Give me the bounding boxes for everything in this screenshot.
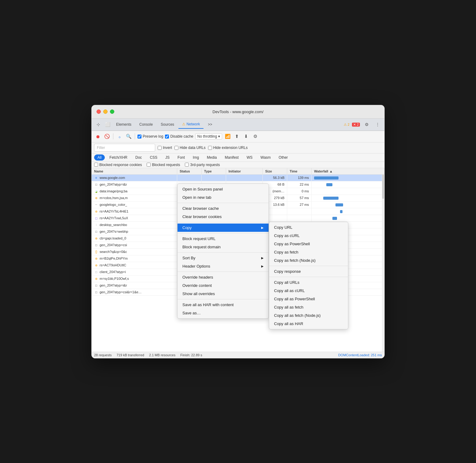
- minimize-button[interactable]: [103, 109, 108, 114]
- finish-time: Finish: 22.89 s: [180, 353, 202, 357]
- chevron-down-icon: ▾: [218, 134, 220, 139]
- blocked-cookies-label[interactable]: Blocked response cookies: [94, 163, 142, 167]
- invert-checkbox[interactable]: [158, 146, 162, 150]
- status-bar: 28 requests 719 kB transferred 2.1 MB re…: [92, 352, 384, 358]
- device-icon[interactable]: ⬜: [103, 120, 112, 129]
- ctx-save-as[interactable]: Save as…: [178, 309, 269, 317]
- type-btn-other[interactable]: Other: [275, 154, 291, 161]
- ctx-clear-cookies[interactable]: Clear browser cookies: [178, 213, 269, 221]
- th-waterfall[interactable]: Waterfall ▲: [312, 168, 384, 174]
- submenu-copy-fetch[interactable]: Copy as fetch: [269, 248, 348, 256]
- ctx-clear-cache[interactable]: Clear browser cache: [178, 204, 269, 213]
- name-cell: ◻rs=AA2YrTvwL5uX: [92, 215, 177, 221]
- third-party-label[interactable]: 3rd-party requests: [185, 163, 220, 167]
- submenu-copy-url[interactable]: Copy URL: [269, 223, 348, 232]
- scrollbar-thumb[interactable]: [382, 174, 384, 199]
- maximize-button[interactable]: [110, 109, 114, 114]
- type-btn-img[interactable]: Img: [189, 154, 202, 161]
- type-btn-wasm[interactable]: Wasm: [257, 154, 274, 161]
- invert-label[interactable]: Invert: [158, 146, 172, 150]
- more-options-icon[interactable]: ⋮: [373, 120, 382, 129]
- tab-console[interactable]: Console: [136, 120, 156, 128]
- submenu-copy-all-har[interactable]: Copy all as HAR: [269, 320, 348, 328]
- preserve-log-checkbox[interactable]: [137, 135, 141, 139]
- type-btn-media[interactable]: Media: [203, 154, 220, 161]
- hide-data-urls-label[interactable]: Hide data URLs: [174, 146, 206, 150]
- download-icon[interactable]: ⬇: [242, 133, 250, 140]
- search-button[interactable]: 🔍: [125, 133, 132, 140]
- ctx-override-headers[interactable]: Override headers: [178, 273, 269, 281]
- th-size[interactable]: Size: [263, 168, 287, 174]
- ctx-override-content[interactable]: Override content: [178, 281, 269, 290]
- submenu-copy-powershell[interactable]: Copy as PowerShell: [269, 240, 348, 248]
- tab-more[interactable]: >>: [204, 120, 216, 128]
- type-btn-font[interactable]: Font: [174, 154, 188, 161]
- type-btn-ws[interactable]: WS: [243, 154, 256, 161]
- name-cell: ⊕cb=gapi.loaded_0: [92, 235, 177, 242]
- th-type[interactable]: Type: [202, 168, 226, 174]
- time-cell: 139 ms: [287, 175, 312, 181]
- th-name[interactable]: Name: [92, 168, 177, 174]
- upload-icon[interactable]: ⬆: [233, 133, 240, 140]
- close-button[interactable]: [97, 109, 101, 114]
- submenu-copy-all-fetch-node[interactable]: Copy all as fetch (Node.js): [269, 311, 348, 320]
- submenu-copy-response[interactable]: Copy response: [269, 267, 348, 276]
- ctx-open-sources[interactable]: Open in Sources panel: [178, 185, 269, 193]
- submenu-arrow: ▶: [261, 226, 264, 229]
- hide-extension-urls-checkbox[interactable]: [208, 146, 212, 150]
- type-btn-doc[interactable]: Doc: [132, 154, 145, 161]
- type-btn-manifest[interactable]: Manifest: [222, 154, 242, 161]
- error-count: ✕ 2: [352, 123, 360, 127]
- transferred-size: 719 kB transferred: [116, 353, 144, 357]
- blocked-cookies-checkbox[interactable]: [94, 163, 98, 167]
- stop-recording-button[interactable]: ⏺: [94, 133, 101, 140]
- submenu-copy-all-curl[interactable]: Copy all as cURL: [269, 287, 348, 295]
- submenu-copy-all-urls[interactable]: Copy all URLs: [269, 278, 348, 287]
- hide-extension-urls-label[interactable]: Hide extension URLs: [208, 146, 248, 150]
- blocked-requests-checkbox[interactable]: [147, 163, 151, 167]
- third-party-checkbox[interactable]: [185, 163, 189, 167]
- table-row[interactable]: ≡ www.google.com 56.3 kB 139 ms: [92, 175, 384, 181]
- tab-network[interactable]: ⚠ Network: [178, 120, 203, 129]
- disable-cache-label[interactable]: Disable cache: [165, 134, 193, 139]
- th-initiator[interactable]: Initiator: [226, 168, 263, 174]
- cursor-icon[interactable]: ⊹: [94, 120, 103, 129]
- ctx-sort-by[interactable]: Sort By ▶: [178, 254, 269, 262]
- name-cell: ⊕m=B2qlPe,DhPYm: [92, 255, 177, 262]
- ctx-block-url[interactable]: Block request URL: [178, 235, 269, 243]
- type-btn-all[interactable]: All: [94, 154, 105, 161]
- submenu-copy-curl[interactable]: Copy as cURL: [269, 232, 348, 240]
- blocked-requests-label[interactable]: Blocked requests: [147, 163, 180, 167]
- th-time[interactable]: Time: [287, 168, 312, 174]
- settings-icon[interactable]: ⚙: [362, 120, 371, 129]
- dom-loaded: DOMContentLoaded: 251 ms: [338, 353, 382, 357]
- submenu-copy-all-fetch[interactable]: Copy all as fetch: [269, 303, 348, 311]
- type-btn-css[interactable]: CSS: [146, 154, 161, 161]
- scrollbar[interactable]: [382, 168, 384, 352]
- th-status[interactable]: Status: [177, 168, 202, 174]
- requests-count: 28 requests: [94, 353, 112, 357]
- network-settings-icon[interactable]: ⚙: [251, 133, 259, 140]
- name-cell: □gen_204?s=webhp: [92, 228, 177, 235]
- clear-button[interactable]: 🚫: [103, 133, 111, 140]
- tab-sources[interactable]: Sources: [157, 120, 178, 128]
- throttle-select[interactable]: No throttling ▾: [195, 133, 222, 139]
- ctx-block-domain[interactable]: Block request domain: [178, 243, 269, 251]
- hide-data-urls-checkbox[interactable]: [174, 146, 178, 150]
- ctx-copy[interactable]: Copy ▶: [178, 224, 269, 232]
- wifi-icon[interactable]: 📶: [224, 133, 231, 140]
- submenu-copy-all-powershell[interactable]: Copy all as PowerShell: [269, 295, 348, 303]
- tab-elements[interactable]: Elements: [112, 120, 135, 128]
- disable-cache-checkbox[interactable]: [165, 135, 169, 139]
- type-btn-fetch-xhr[interactable]: Fetch/XHR: [106, 154, 131, 161]
- ctx-save-har[interactable]: Save all as HAR with content: [178, 301, 269, 309]
- ctx-header-options[interactable]: Header Options ▶: [178, 262, 269, 270]
- ctx-show-overrides[interactable]: Show all overrides: [178, 290, 269, 298]
- type-btn-js[interactable]: JS: [162, 154, 173, 161]
- filter-icon[interactable]: ⬦: [116, 133, 123, 140]
- filter-input[interactable]: [94, 144, 155, 152]
- divider1: [113, 133, 113, 139]
- ctx-open-new-tab[interactable]: Open in new tab: [178, 193, 269, 202]
- preserve-log-label[interactable]: Preserve log: [137, 134, 163, 139]
- submenu-copy-fetch-node[interactable]: Copy as fetch (Node.js): [269, 256, 348, 265]
